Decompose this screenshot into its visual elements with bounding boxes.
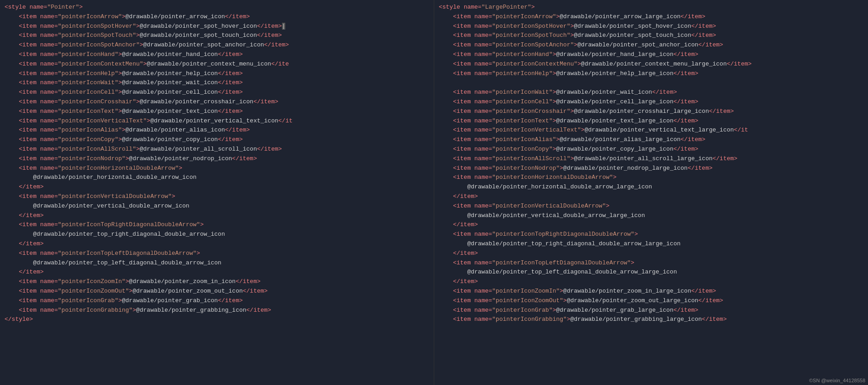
watermark: ©SN @weixin_44128558 [809, 378, 865, 383]
code-line: </item> [5, 182, 429, 192]
code-line: <item name="pointerIconHorizontalDoubleA… [439, 173, 863, 182]
code-line: @drawable/pointer_vertical_double_arrow_… [5, 202, 429, 211]
code-line: <style name="Pointer"> [5, 3, 429, 12]
code-line: <item name="pointerIconGrabbing">@drawab… [439, 315, 863, 324]
code-line: <item name="pointerIconVerticalText">@dr… [5, 117, 429, 126]
code-line: <item name="pointerIconWait">@drawable/p… [5, 78, 429, 88]
code-line: <item name="pointerIconText">@drawable/p… [439, 117, 863, 126]
code-line: <item name="pointerIconHand">@drawable/p… [439, 50, 863, 60]
code-line: <item name="pointerIconSpotAnchor">@draw… [5, 41, 429, 50]
code-line: <item name="pointerIconAlias">@drawable/… [439, 135, 863, 145]
code-line: <item name="pointerIconHand">@drawable/p… [5, 50, 429, 60]
code-line: <item name="pointerIconTopLeftDiagonalDo… [5, 249, 429, 258]
code-line: <item name="pointerIconAllScroll">@drawa… [439, 154, 863, 164]
code-line: @drawable/pointer_top_left_diagonal_doub… [5, 258, 429, 268]
code-line: <item name="pointerIconHorizontalDoubleA… [5, 164, 429, 173]
code-line: </item> [439, 220, 863, 230]
code-line: <item name="pointerIconVerticalDoubleArr… [5, 192, 429, 202]
code-line: </item> [5, 268, 429, 277]
code-line: <item name="pointerIconContextMenu">@dra… [439, 60, 863, 69]
code-line: <item name="pointerIconSpotTouch">@drawa… [5, 31, 429, 41]
code-line: <item name="pointerIconSpotHover">@drawa… [5, 22, 429, 31]
code-line: @drawable/pointer_top_right_diagonal_dou… [439, 239, 863, 249]
code-line: <item name="pointerIconZoomIn">@drawable… [439, 287, 863, 296]
code-line: @drawable/pointer_top_right_diagonal_dou… [5, 230, 429, 239]
code-line: @drawable/pointer_top_left_diagonal_doub… [439, 268, 863, 277]
code-line: <item name="pointerIconSpotHover">@drawa… [439, 22, 863, 31]
code-line: <item name="pointerIconContextMenu">@dra… [5, 60, 429, 69]
code-line: <item name="pointerIconVerticalDoubleArr… [439, 202, 863, 211]
code-line: <item name="pointerIconArrow">@drawable/… [5, 12, 429, 22]
code-line: <style name="LargePointer"> [439, 3, 863, 12]
code-line: @drawable/pointer_horizontal_double_arro… [439, 182, 863, 192]
code-line: <item name="pointerIconGrabbing">@drawab… [5, 306, 429, 315]
code-line: </item> [5, 211, 429, 221]
code-line: <item name="pointerIconHelp">@drawable/p… [5, 69, 429, 79]
code-line: <item name="pointerIconAllScroll">@drawa… [5, 145, 429, 154]
code-line: @drawable/pointer_horizontal_double_arro… [5, 173, 429, 182]
code-line: <item name="pointerIconSpotAnchor">@draw… [439, 41, 863, 50]
code-line: <item name="pointerIconGrab">@drawable/p… [439, 306, 863, 315]
code-line: </style> [5, 315, 429, 324]
code-line: @drawable/pointer_vertical_double_arrow_… [439, 211, 863, 221]
code-line: <item name="pointerIconCrosshair">@drawa… [439, 107, 863, 117]
code-line [439, 78, 863, 88]
code-line: </item> [439, 249, 863, 258]
code-line: <item name="pointerIconGrab">@drawable/p… [5, 296, 429, 306]
code-line: <item name="pointerIconVerticalText">@dr… [439, 126, 863, 135]
code-line: <item name="pointerIconTopRightDiagonalD… [5, 220, 429, 230]
code-line: <item name="pointerIconText">@drawable/p… [5, 107, 429, 117]
code-line: <item name="pointerIconNodrop">@drawable… [439, 164, 863, 173]
code-line: <item name="pointerIconCopy">@drawable/p… [439, 145, 863, 154]
code-line: <item name="pointerIconZoomIn">@drawable… [5, 277, 429, 287]
code-line: </item> [439, 192, 863, 202]
right-code-pane: <style name="LargePointer"> <item name="… [434, 0, 868, 385]
code-line: <item name="pointerIconSpotTouch">@drawa… [439, 31, 863, 41]
code-line: <item name="pointerIconZoomOut">@drawabl… [439, 296, 863, 306]
code-line: <item name="pointerIconTopLeftDiagonalDo… [439, 258, 863, 268]
code-line: <item name="pointerIconCopy">@drawable/p… [5, 135, 429, 145]
code-line: <item name="pointerIconAlias">@drawable/… [5, 126, 429, 135]
code-line: <item name="pointerIconCrosshair">@drawa… [5, 97, 429, 107]
code-line: <item name="pointerIconCell">@drawable/p… [439, 97, 863, 107]
code-line: <item name="pointerIconTopRightDiagonalD… [439, 230, 863, 239]
code-line: <item name="pointerIconCell">@drawable/p… [5, 88, 429, 97]
left-code-pane: <style name="Pointer"> <item name="point… [0, 0, 434, 385]
code-line: <item name="pointerIconWait">@drawable/p… [439, 88, 863, 97]
code-line: </item> [5, 239, 429, 249]
code-line: </item> [439, 277, 863, 287]
code-line: <item name="pointerIconNodrop">@drawable… [5, 154, 429, 164]
code-line: <item name="pointerIconHelp">@drawable/p… [439, 69, 863, 79]
code-line: <item name="pointerIconZoomOut">@drawabl… [5, 287, 429, 296]
code-line: <item name="pointerIconArrow">@drawable/… [439, 12, 863, 22]
